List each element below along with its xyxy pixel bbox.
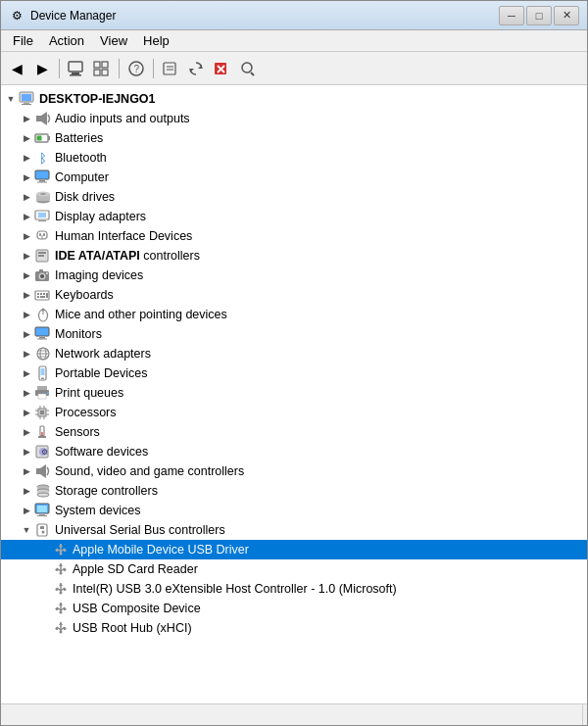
svg-rect-72 [37,386,47,390]
list-item[interactable]: ▶ Sensors [1,422,587,442]
list-item[interactable]: Intel(R) USB 3.0 eXtensible Host Control… [1,579,587,599]
list-item[interactable]: ▶ Storage controllers [1,481,587,501]
scan-icon-btn[interactable] [235,57,259,80]
list-item[interactable]: ▼ Universal Serial Bus controllers [1,520,587,540]
uninstall-icon-btn[interactable] [210,57,233,80]
list-item[interactable]: ▶ Portable Devices [1,363,587,383]
computer-icon-btn[interactable] [65,57,88,80]
expand-icon[interactable]: ▶ [19,326,34,342]
list-item[interactable]: ▶ Mice and other pointing devices [1,305,587,324]
svg-rect-75 [47,392,49,394]
list-item[interactable]: ▶ Monitors [1,324,587,344]
expand-icon[interactable]: ▶ [19,483,34,499]
expand-icon[interactable]: ▶ [19,444,34,460]
menu-view[interactable]: View [92,31,135,50]
view-icon-btn[interactable] [90,57,114,80]
expand-icon[interactable]: ▶ [19,503,34,518]
list-item[interactable]: ▶ ⚙ Software devices [1,442,587,461]
menu-action[interactable]: Action [41,31,92,50]
expand-icon[interactable]: ▼ [19,522,34,538]
svg-rect-9 [164,63,175,74]
list-item[interactable]: ▶ Disk drives [1,187,587,207]
list-item[interactable]: Apple Mobile Device USB Driver [1,540,587,559]
expand-icon[interactable]: ▶ [19,228,34,244]
list-item[interactable]: ▶ System devices [1,501,587,520]
list-item[interactable]: ▶ Imaging devices [1,266,587,285]
item-label: IDE ATA/ATAPI controllers [55,249,200,263]
expand-icon[interactable]: ▶ [19,424,34,440]
svg-line-18 [251,73,254,75]
expand-icon[interactable]: ▶ [19,150,34,166]
item-label: USB Root Hub (xHCI) [73,621,192,635]
svg-point-109 [60,572,63,575]
item-label: Monitors [55,327,102,341]
svg-rect-37 [38,213,46,218]
svg-point-17 [242,63,252,73]
svg-marker-93 [40,464,46,478]
portable-icon [34,365,52,381]
svg-point-113 [56,588,59,591]
list-item[interactable]: ▶ Network adapters [1,344,587,363]
list-item[interactable]: ▶ Print queues [1,383,587,403]
svg-rect-31 [37,182,47,183]
expand-icon[interactable]: ▶ [19,346,34,362]
item-label: Mice and other pointing devices [55,308,227,321]
expand-icon[interactable]: ▶ [19,385,34,401]
close-button[interactable]: ✕ [554,6,579,25]
svg-point-117 [64,607,67,610]
expand-icon[interactable]: ▶ [19,130,34,146]
item-label: Network adapters [55,347,151,361]
status-bar [1,703,587,725]
minimize-button[interactable]: ─ [499,6,524,25]
list-item[interactable]: ▶ Processors [1,403,587,422]
list-item[interactable]: ▶ Keyboards [1,285,587,305]
expand-icon[interactable]: ▶ [19,267,34,283]
expand-icon[interactable]: ▶ [19,189,34,205]
list-item[interactable]: ▶ IDE ATA/ATAPI controllers [1,246,587,266]
item-label: Storage controllers [55,484,158,498]
svg-rect-57 [46,293,48,298]
expand-icon[interactable]: ▶ [19,405,34,420]
svg-rect-50 [46,272,48,274]
item-label: Apple SD Card Reader [73,562,198,576]
usb-icon [34,522,52,538]
svg-rect-26 [48,136,50,140]
list-item[interactable]: USB Root Hub (xHCI) [1,618,587,638]
svg-rect-27 [37,136,42,141]
expand-icon[interactable]: ▼ [3,91,19,107]
svg-point-35 [40,193,46,195]
expand-icon[interactable]: ▶ [19,365,34,381]
expand-icon[interactable]: ▶ [19,169,34,185]
item-label: Bluetooth [55,151,107,165]
list-item[interactable]: ▶ Audio inputs and outputs [1,109,587,128]
storage-icon [34,483,52,499]
expand-icon[interactable]: ▶ [19,307,34,322]
list-item[interactable]: ▶ Computer [1,168,587,187]
tree-root[interactable]: ▼ DESKTOP-IEJNGO1 [1,89,587,109]
expand-icon[interactable]: ▶ [19,111,34,126]
expand-icon[interactable]: ▶ [19,463,34,479]
list-item[interactable]: ▶ Sound, video and game controllers [1,461,587,481]
help-icon-btn[interactable]: ? [124,57,148,80]
list-item[interactable]: USB Composite Device [1,599,587,618]
svg-point-108 [64,549,67,552]
properties-icon-btn[interactable] [159,57,182,80]
svg-marker-24 [41,112,47,125]
item-label: Print queues [55,386,123,400]
camera-icon [34,267,52,283]
expand-icon[interactable]: ▶ [19,248,34,264]
menu-file[interactable]: File [5,31,41,50]
list-item[interactable]: ▶ ᛒ Bluetooth [1,148,587,168]
list-item[interactable]: ▶ Human Interface Devices [1,226,587,246]
list-item[interactable]: Apple SD Card Reader [1,559,587,579]
update-icon-btn[interactable] [184,57,208,80]
back-button[interactable]: ◀ [5,57,28,80]
list-item[interactable]: ▶ Batteries [1,128,587,148]
expand-icon[interactable]: ▶ [19,287,34,303]
expand-icon[interactable]: ▶ [19,209,34,224]
svg-text:⚙: ⚙ [41,448,48,457]
list-item[interactable]: ▶ Display adapters [1,207,587,226]
menu-help[interactable]: Help [135,31,177,50]
forward-button[interactable]: ▶ [30,57,54,80]
maximize-button[interactable]: □ [526,6,552,25]
